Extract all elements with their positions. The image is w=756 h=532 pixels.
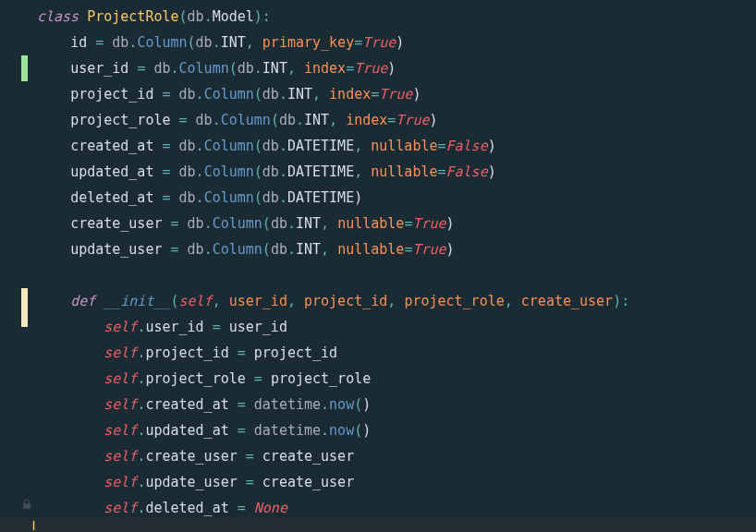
code-editor[interactable]: class ProjectRole(db.Model): id = db.Col… xyxy=(0,0,756,521)
code-line: deleted_at = db.Column(db.DATETIME) xyxy=(37,185,756,211)
code-line: create_user = db.Column(db.INT, nullable… xyxy=(37,211,756,236)
keyword-def: def xyxy=(70,293,95,309)
gutter-change-mark xyxy=(21,55,28,81)
method-init: __init__ xyxy=(104,293,170,309)
code-line: self.user_id = user_id xyxy=(37,314,756,340)
code-line: update_user = db.Column(db.INT, nullable… xyxy=(37,236,756,262)
gutter-change-mark xyxy=(21,288,28,327)
code-line: def __init__(self, user_id, project_id, … xyxy=(37,288,756,314)
code-line: id = db.Column(db.INT, primary_key=True) xyxy=(37,30,756,55)
gutter xyxy=(0,4,28,525)
code-line: self.updated_at = datetime.now() xyxy=(37,417,756,443)
code-line: updated_at = db.Column(db.DATETIME, null… xyxy=(37,159,756,185)
keyword-class: class xyxy=(37,8,79,25)
code-line: project_id = db.Column(db.INT, index=Tru… xyxy=(37,81,756,107)
code-line: user_id = db.Column(db.INT, index=True) xyxy=(37,55,756,81)
lock-icon xyxy=(22,499,31,510)
status-bar xyxy=(0,517,756,532)
code-line xyxy=(37,262,756,288)
code-line: created_at = db.Column(db.DATETIME, null… xyxy=(37,133,756,159)
code-line: self.update_user = create_user xyxy=(37,469,756,495)
code-line: class ProjectRole(db.Model): xyxy=(37,4,756,30)
cursor-indicator xyxy=(33,521,34,530)
code-line: self.project_role = project_role xyxy=(37,366,756,392)
code-line: project_role = db.Column(db.INT, index=T… xyxy=(37,107,756,133)
code-line: self.project_id = project_id xyxy=(37,340,756,366)
code-line: self.created_at = datetime.now() xyxy=(37,392,756,417)
code-line: self.create_user = create_user xyxy=(37,443,756,469)
class-name: ProjectRole xyxy=(87,8,178,25)
